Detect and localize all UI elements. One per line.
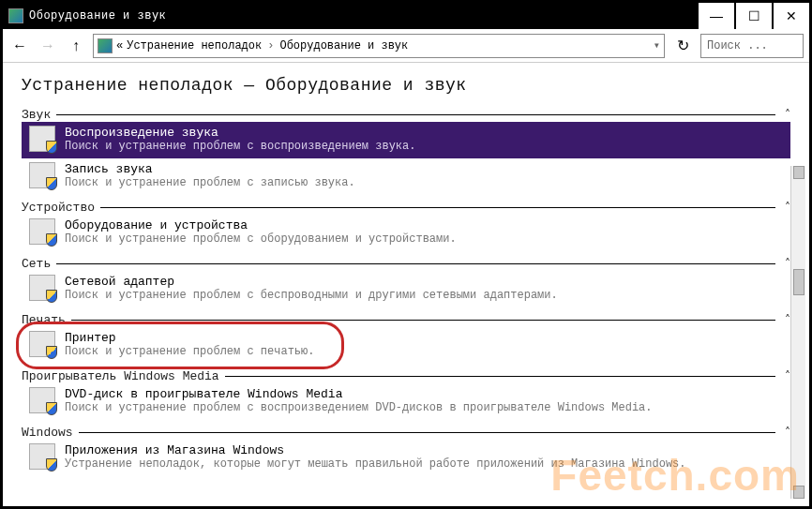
scroll-up-arrow[interactable]: [793, 166, 804, 179]
troubleshooter-desc: Поиск и устранение проблем с печатью.: [65, 345, 314, 358]
search-input[interactable]: Поиск ...: [700, 34, 804, 58]
window-title: Оборудование и звук: [29, 9, 697, 22]
troubleshooter-text: Воспроизведение звукаПоиск и устранение …: [65, 126, 415, 153]
troubleshooter-item[interactable]: Запись звукаПоиск и устранение проблем с…: [22, 158, 790, 195]
breadcrumb-2[interactable]: Оборудование и звук: [279, 39, 408, 52]
troubleshooter-icon: [29, 275, 55, 301]
troubleshooter-desc: Поиск и устранение проблем с воспроизвед…: [65, 140, 415, 153]
group-divider: [79, 432, 775, 433]
shield-icon: [46, 177, 57, 190]
troubleshooter-text: ПринтерПоиск и устранение проблем с печа…: [65, 331, 314, 358]
group: Проигрыватель Windows Media˄DVD-диск в п…: [22, 369, 790, 420]
group-label: Проигрыватель Windows Media: [22, 369, 219, 383]
troubleshooter-icon: [29, 162, 55, 188]
breadcrumb-1[interactable]: Устранение неполадок: [127, 39, 262, 52]
group-header[interactable]: Windows˄: [22, 426, 790, 440]
breadcrumb-sep: ›: [267, 39, 274, 52]
address-bar[interactable]: « Устранение неполадок › Оборудование и …: [93, 34, 665, 58]
troubleshooter-desc: Поиск и устранение проблем с воспроизвед…: [65, 401, 653, 414]
content-area: Устранение неполадок — Оборудование и зв…: [3, 63, 809, 506]
group-divider: [225, 376, 775, 377]
refresh-button[interactable]: ↻: [670, 34, 695, 58]
troubleshooter-text: Сетевой адаптерПоиск и устранение пробле…: [65, 275, 558, 302]
address-dropdown-icon[interactable]: ▾: [654, 38, 660, 52]
troubleshooter-name: DVD-диск в проигрывателе Windows Media: [65, 387, 653, 401]
troubleshooter-item[interactable]: Приложения из Магазина WindowsУстранение…: [22, 440, 790, 476]
group-label: Звук: [22, 108, 51, 122]
app-icon: [8, 8, 23, 23]
group-label: Устройство: [22, 201, 95, 215]
troubleshooter-icon: [29, 331, 55, 357]
vertical-scrollbar[interactable]: [790, 166, 805, 499]
shield-icon: [46, 141, 57, 154]
group-label: Сеть: [22, 257, 51, 271]
troubleshooter-item[interactable]: Оборудование и устройстваПоиск и устране…: [22, 215, 790, 251]
close-button[interactable]: ✕: [772, 3, 809, 29]
troubleshooter-text: DVD-диск в проигрывателе Windows MediaПо…: [65, 387, 653, 414]
back-button[interactable]: ←: [8, 35, 31, 57]
group-divider: [71, 320, 775, 321]
troubleshooter-name: Запись звука: [65, 162, 355, 176]
group-header[interactable]: Сеть˄: [22, 257, 790, 271]
troubleshooter-desc: Поиск и устранение проблем с беспроводны…: [65, 289, 558, 302]
forward-button[interactable]: →: [37, 35, 59, 57]
shield-icon: [46, 290, 57, 303]
up-button[interactable]: ↑: [65, 35, 87, 57]
breadcrumb-prefix: «: [116, 39, 123, 52]
group: Сеть˄Сетевой адаптерПоиск и устранение п…: [22, 257, 790, 307]
group: Windows˄Приложения из Магазина WindowsУс…: [22, 426, 790, 476]
address-icon: [98, 38, 113, 53]
group-divider: [100, 207, 775, 208]
troubleshooter-desc: Устранение неполадок, которые могут меша…: [65, 457, 686, 471]
troubleshooter-text: Приложения из Магазина WindowsУстранение…: [65, 443, 686, 471]
maximize-button[interactable]: ☐: [734, 3, 772, 29]
group-header[interactable]: Звук˄: [22, 108, 790, 122]
group: Звук˄Воспроизведение звукаПоиск и устран…: [22, 108, 790, 195]
shield-icon: [46, 402, 57, 415]
group-label: Печать: [22, 313, 66, 327]
group-divider: [56, 263, 775, 264]
troubleshooter-icon: [29, 126, 55, 152]
shield-icon: [46, 346, 57, 359]
troubleshooter-item[interactable]: ПринтерПоиск и устранение проблем с печа…: [22, 327, 790, 364]
troubleshooter-text: Оборудование и устройстваПоиск и устране…: [65, 218, 457, 246]
search-placeholder: Поиск ...: [707, 39, 768, 52]
group-header[interactable]: Печать˄: [22, 313, 790, 327]
troubleshooter-name: Приложения из Магазина Windows: [65, 443, 686, 457]
troubleshooter-text: Запись звукаПоиск и устранение проблем с…: [65, 162, 355, 189]
window-buttons: — ☐ ✕: [697, 3, 809, 29]
troubleshooter-desc: Поиск и устранение проблем с оборудовани…: [65, 232, 457, 246]
scroll-thumb[interactable]: [793, 269, 804, 295]
troubleshooter-name: Сетевой адаптер: [65, 275, 558, 289]
troubleshooter-item[interactable]: DVD-диск в проигрывателе Windows MediaПо…: [22, 383, 790, 420]
troubleshooter-item[interactable]: Сетевой адаптерПоиск и устранение пробле…: [22, 271, 790, 307]
troubleshooter-name: Воспроизведение звука: [65, 126, 415, 140]
chevron-up-icon[interactable]: ˄: [785, 108, 790, 122]
troubleshooter-item[interactable]: Воспроизведение звукаПоиск и устранение …: [22, 122, 790, 158]
group-header[interactable]: Проигрыватель Windows Media˄: [22, 369, 790, 383]
group-label: Windows: [22, 426, 73, 440]
troubleshooter-icon: [29, 443, 55, 470]
troubleshooter-icon: [29, 387, 55, 413]
troubleshooter-icon: [29, 218, 55, 245]
navbar: ← → ↑ « Устранение неполадок › Оборудова…: [3, 29, 809, 63]
shield-icon: [46, 458, 57, 472]
titlebar: Оборудование и звук — ☐ ✕: [3, 3, 809, 29]
group-divider: [56, 114, 775, 115]
group-header[interactable]: Устройство˄: [22, 201, 790, 215]
minimize-button[interactable]: —: [697, 3, 734, 29]
shield-icon: [46, 233, 57, 247]
group: Печать˄ПринтерПоиск и устранение проблем…: [22, 313, 790, 364]
page-title: Устранение неполадок — Оборудование и зв…: [22, 76, 790, 95]
scroll-down-arrow[interactable]: [793, 486, 804, 499]
group: Устройство˄Оборудование и устройстваПоис…: [22, 201, 790, 251]
troubleshooter-name: Принтер: [65, 331, 314, 345]
troubleshooter-name: Оборудование и устройства: [65, 218, 457, 232]
troubleshooter-desc: Поиск и устранение проблем с записью зву…: [65, 176, 355, 189]
